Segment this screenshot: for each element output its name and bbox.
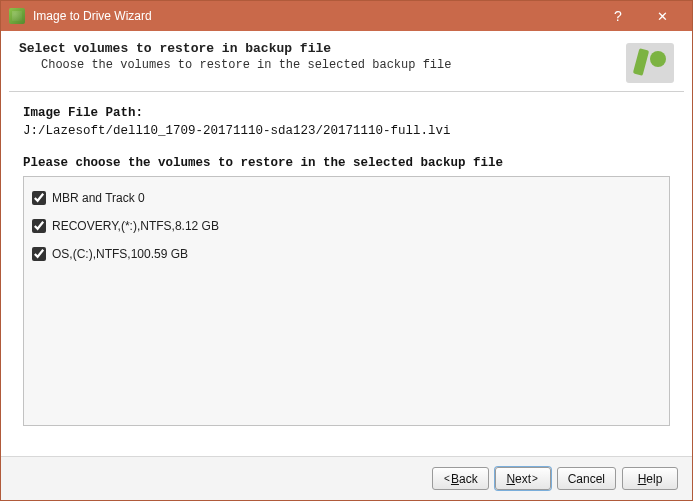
next-label-rest: ext	[515, 472, 531, 486]
drive-tools-icon	[626, 43, 674, 83]
help-label-rest: elp	[646, 472, 662, 486]
volume-checkbox[interactable]	[32, 191, 46, 205]
volume-label: RECOVERY,(*:),NTFS,8.12 GB	[52, 219, 219, 233]
volume-label: MBR and Track 0	[52, 191, 145, 205]
volume-list: MBR and Track 0 RECOVERY,(*:),NTFS,8.12 …	[23, 176, 670, 426]
next-button[interactable]: Next >	[495, 467, 551, 490]
wizard-header: Select volumes to restore in backup file…	[1, 31, 692, 91]
volume-label: OS,(C:),NTFS,100.59 GB	[52, 247, 188, 261]
window-title: Image to Drive Wizard	[33, 9, 596, 23]
wizard-window: Image to Drive Wizard ? ✕ Select volumes…	[0, 0, 693, 501]
titlebar-help-button[interactable]: ?	[596, 1, 640, 31]
volume-checkbox[interactable]	[32, 219, 46, 233]
app-icon	[9, 8, 25, 24]
titlebar: Image to Drive Wizard ? ✕	[1, 1, 692, 31]
back-label-u: B	[451, 472, 459, 486]
back-label-rest: ack	[459, 472, 478, 486]
image-path-label: Image File Path:	[23, 106, 670, 120]
back-button[interactable]: < Back	[432, 467, 489, 490]
header-heading: Select volumes to restore in backup file	[19, 41, 626, 56]
wizard-footer: < Back Next > Cancel Help	[1, 456, 692, 500]
next-label-u: N	[506, 472, 515, 486]
volume-row[interactable]: MBR and Track 0	[32, 191, 661, 205]
wizard-content: Image File Path: J:/Lazesoft/dell10_1709…	[1, 92, 692, 456]
header-subtext: Choose the volumes to restore in the sel…	[41, 58, 626, 72]
volume-row[interactable]: OS,(C:),NTFS,100.59 GB	[32, 247, 661, 261]
volume-row[interactable]: RECOVERY,(*:),NTFS,8.12 GB	[32, 219, 661, 233]
volume-checkbox[interactable]	[32, 247, 46, 261]
volume-instruction: Please choose the volumes to restore in …	[23, 156, 670, 170]
cancel-button[interactable]: Cancel	[557, 467, 616, 490]
help-button[interactable]: Help	[622, 467, 678, 490]
image-path-value: J:/Lazesoft/dell10_1709-20171110-sda123/…	[23, 124, 670, 138]
chevron-right-icon: >	[532, 473, 538, 484]
titlebar-close-button[interactable]: ✕	[640, 1, 684, 31]
chevron-left-icon: <	[444, 473, 450, 484]
